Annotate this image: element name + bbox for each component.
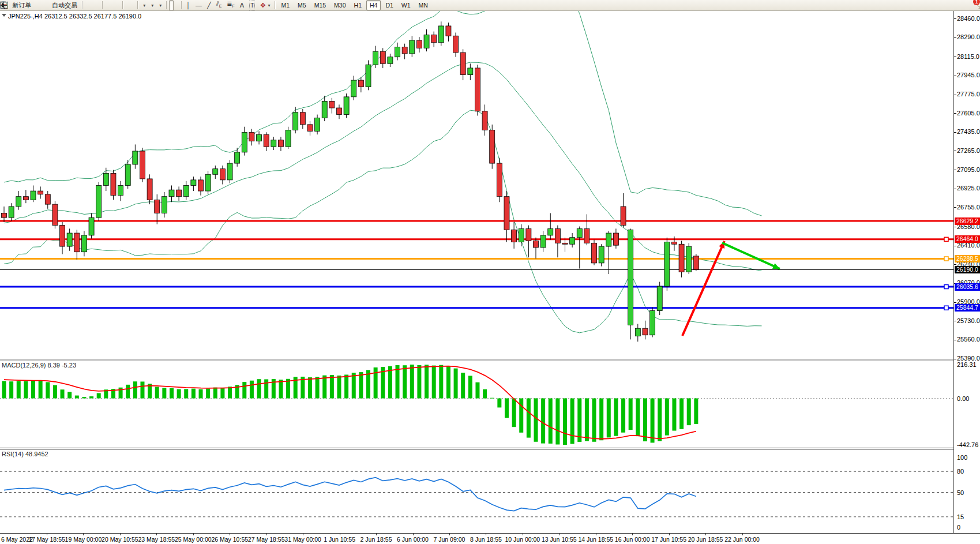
cursor-tool-button[interactable] xyxy=(169,0,174,11)
macd-pane[interactable] xyxy=(0,361,953,448)
level-handle-26288.5[interactable] xyxy=(944,257,948,261)
axis-tick xyxy=(954,37,956,38)
candle-body xyxy=(227,163,232,180)
level-handle-26464.0[interactable] xyxy=(944,237,948,241)
macd-bar xyxy=(497,399,501,408)
timeframe-W1[interactable]: W1 xyxy=(398,0,414,10)
time-label: 22 Jun 00:00 xyxy=(724,536,760,543)
candle-body xyxy=(220,169,225,180)
line-chart-button[interactable] xyxy=(95,0,100,11)
rsi-pane[interactable] xyxy=(0,450,953,532)
price-axis[interactable]: 28460.028290.028115.027945.027775.027605… xyxy=(953,11,980,533)
candle-body xyxy=(344,97,349,115)
candle-body xyxy=(271,140,276,147)
macd-bar xyxy=(512,399,516,427)
time-label: 13 Jun 10:55 xyxy=(542,536,577,543)
macd-bar xyxy=(527,399,531,438)
zoom-in-button[interactable] xyxy=(105,0,110,11)
candle-body xyxy=(322,102,327,118)
macd-bar xyxy=(534,399,538,442)
report-button[interactable] xyxy=(39,0,44,11)
candle-body xyxy=(300,112,305,125)
candle-body xyxy=(613,233,618,245)
time-tick xyxy=(266,534,267,535)
crosshair-tool-button[interactable] xyxy=(174,0,179,11)
timeframe-D1[interactable]: D1 xyxy=(382,0,396,10)
time-tick xyxy=(156,534,157,535)
signal-button[interactable] xyxy=(44,0,49,11)
dropdown-arrow-icon: ▾ xyxy=(151,3,153,8)
candlestick-chart-button[interactable] xyxy=(90,0,95,11)
candle-body xyxy=(664,242,670,286)
timeframe-M5[interactable]: M5 xyxy=(294,0,310,10)
macd-bar xyxy=(679,399,684,429)
axis-tick xyxy=(954,246,956,246)
macd-bar xyxy=(53,385,57,399)
macd-bar xyxy=(599,399,603,441)
trading-platform-window: ⌕ 新订单 xyxy=(0,0,980,544)
timeframe-M15[interactable]: M15 xyxy=(311,0,329,10)
candle-body xyxy=(650,310,655,335)
trendline-tool[interactable]: ╱ xyxy=(205,0,213,11)
zoom-out-button[interactable] xyxy=(110,0,115,11)
timeframe-H4[interactable]: H4 xyxy=(366,0,381,10)
candle-body xyxy=(584,228,589,243)
candle-body xyxy=(643,328,648,335)
tile-windows-button[interactable] xyxy=(115,0,120,11)
price-chip-26288.5: 26288.5 xyxy=(955,255,980,262)
macd-bar xyxy=(82,397,86,399)
fibonacci-tool[interactable]: ≣F xyxy=(224,0,237,11)
green-trend-arrow[interactable] xyxy=(722,243,780,269)
candle-body xyxy=(679,244,684,272)
macd-bar xyxy=(322,376,326,399)
bar-chart-button[interactable] xyxy=(85,0,89,11)
arrows-tool[interactable]: ✥▾ xyxy=(258,0,272,11)
candle-body xyxy=(9,207,14,217)
level-handle-26035.6[interactable] xyxy=(944,285,948,289)
timeframe-M30[interactable]: M30 xyxy=(331,0,349,10)
axis-tick xyxy=(954,151,956,151)
horizontal-line-tool[interactable]: — xyxy=(193,0,204,11)
candle-body xyxy=(606,233,611,246)
auto-trading-button[interactable]: 自动交易 xyxy=(50,0,80,11)
text-tool[interactable]: A xyxy=(238,0,246,11)
new-order-button[interactable]: 新订单 xyxy=(10,0,33,11)
text-label-tool[interactable]: T xyxy=(247,0,257,11)
macd-bar xyxy=(439,365,443,399)
macd-bar xyxy=(286,379,290,399)
price-tick-27265: 27265.0 xyxy=(957,147,980,154)
candle-body xyxy=(526,228,531,241)
vertical-line-tool[interactable]: │ xyxy=(184,0,193,11)
timeframe-H1[interactable]: H1 xyxy=(351,0,365,10)
macd-bar xyxy=(184,389,188,398)
time-axis[interactable]: 6 May 202217 May 18:5519 May 00:0020 May… xyxy=(0,533,980,544)
candle-body xyxy=(686,246,692,272)
time-tick xyxy=(449,534,450,535)
history-button[interactable] xyxy=(34,0,39,11)
timeframe-MN[interactable]: MN xyxy=(415,0,431,10)
macd-bar xyxy=(177,389,181,399)
macd-bar xyxy=(75,396,79,399)
price-tick-28290: 28290.0 xyxy=(957,33,980,40)
macd-bar xyxy=(621,399,625,433)
macd-bar xyxy=(454,369,458,399)
macd-bar xyxy=(658,399,662,441)
macd-bar xyxy=(549,399,553,444)
timeframe-M1[interactable]: M1 xyxy=(277,0,293,10)
templates-button[interactable]: ▾ xyxy=(156,0,164,11)
auto-scroll-button[interactable] xyxy=(125,0,130,11)
periods-button[interactable]: ▾ xyxy=(148,0,156,11)
toolbar-separator xyxy=(137,1,138,9)
candle-body xyxy=(533,241,538,247)
main-toolbar: ⌕ 新订单 xyxy=(0,0,980,11)
time-label: 10 Jun 00:00 xyxy=(505,536,540,543)
main-chart-pane[interactable] xyxy=(0,11,953,359)
chart-shift-button[interactable] xyxy=(130,0,135,11)
macd-bar xyxy=(483,389,487,399)
equidistant-channel-tool[interactable]: ⫽E xyxy=(214,0,224,11)
time-label: 17 Jun 10:55 xyxy=(651,536,686,543)
level-handle-25844.7[interactable] xyxy=(944,306,948,310)
indicators-button[interactable]: ▾ xyxy=(140,0,148,11)
toolbar-separator xyxy=(122,1,123,9)
time-tick xyxy=(230,534,230,535)
